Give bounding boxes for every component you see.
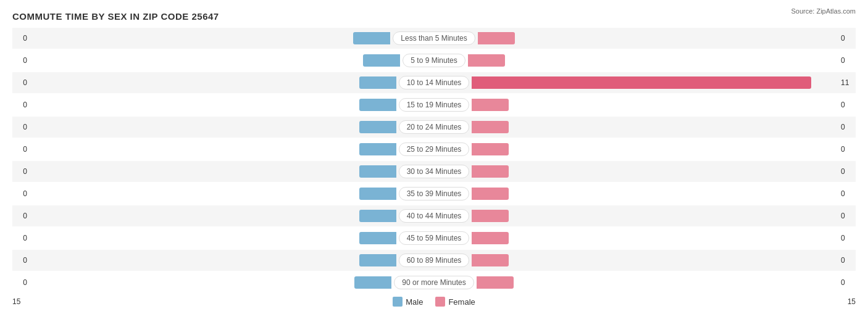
row-label: 20 to 24 Minutes [399, 120, 470, 134]
female-value: 0 [837, 145, 856, 154]
row-label: 40 to 44 Minutes [399, 209, 470, 223]
bar-row: 020 to 24 Minutes0 [12, 117, 856, 138]
chart-title: COMMUTE TIME BY SEX IN ZIP CODE 25647 [12, 11, 856, 22]
bar-row: 045 to 59 Minutes0 [12, 228, 856, 249]
legend-male-label: Male [406, 297, 423, 307]
row-label: 35 to 39 Minutes [399, 187, 470, 200]
male-value: 0 [12, 212, 31, 220]
female-bar [472, 76, 811, 89]
male-bar [359, 165, 396, 178]
male-value: 0 [12, 189, 31, 198]
female-value: 0 [837, 167, 856, 176]
bar-row: 040 to 44 Minutes0 [12, 205, 856, 226]
female-bar [472, 232, 509, 244]
male-value: 0 [12, 278, 31, 287]
bar-row: 035 to 39 Minutes0 [12, 183, 856, 204]
row-label: 25 to 29 Minutes [399, 142, 470, 156]
axis-left-val: 15 [12, 297, 31, 306]
legend-male: Male [393, 297, 423, 307]
female-value: 0 [837, 101, 856, 109]
legend-female: Female [435, 297, 475, 307]
female-value: 0 [837, 234, 856, 242]
male-value: 0 [12, 167, 31, 176]
female-bar [472, 99, 509, 111]
bar-row: 0Less than 5 Minutes0 [12, 28, 856, 49]
male-bar [353, 32, 390, 44]
female-bar [472, 188, 509, 200]
female-bar [472, 121, 509, 133]
legend-female-box [435, 297, 445, 307]
male-value: 0 [12, 123, 31, 131]
bar-row: 010 to 14 Minutes11 [12, 72, 856, 93]
male-bar [363, 54, 400, 67]
female-bar [478, 32, 515, 44]
legend: Male Female [393, 297, 475, 307]
row-label: 90 or more Minutes [394, 276, 474, 289]
row-label: 60 to 89 Minutes [399, 254, 470, 267]
female-value: 0 [837, 278, 856, 287]
female-value: 0 [837, 123, 856, 131]
bar-row: 090 or more Minutes0 [12, 272, 856, 293]
row-label: 10 to 14 Minutes [399, 76, 470, 89]
male-bar [359, 188, 396, 200]
male-bar [359, 210, 396, 222]
female-bar [472, 254, 509, 266]
female-value: 0 [837, 256, 856, 265]
row-label: Less than 5 Minutes [393, 31, 475, 45]
row-label: 45 to 59 Minutes [399, 231, 470, 245]
male-value: 0 [12, 78, 31, 87]
male-bar [354, 276, 391, 289]
male-bar [359, 232, 396, 244]
axis-right-val: 15 [837, 297, 856, 306]
male-bar [359, 121, 396, 133]
bar-row: 015 to 19 Minutes0 [12, 94, 856, 115]
male-bar [359, 254, 396, 266]
source-label: Source: ZipAtlas.com [791, 7, 856, 15]
row-label: 15 to 19 Minutes [399, 98, 470, 112]
legend-male-box [393, 297, 403, 307]
female-bar [472, 165, 509, 178]
female-value: 0 [837, 34, 856, 43]
male-value: 0 [12, 234, 31, 242]
male-value: 0 [12, 256, 31, 265]
male-value: 0 [12, 34, 31, 43]
row-label: 30 to 34 Minutes [399, 165, 470, 178]
female-bar [468, 54, 505, 67]
female-value: 0 [837, 189, 856, 198]
bar-row: 025 to 29 Minutes0 [12, 139, 856, 160]
female-bar [477, 276, 514, 289]
chart-container: COMMUTE TIME BY SEX IN ZIP CODE 25647 So… [0, 0, 868, 322]
legend-female-label: Female [448, 297, 475, 307]
male-bar [359, 76, 396, 89]
chart-area: 0Less than 5 Minutes005 to 9 Minutes0010… [12, 28, 856, 293]
bottom-row: 15 Male Female 15 [12, 297, 856, 307]
male-value: 0 [12, 56, 31, 65]
female-value: 0 [837, 212, 856, 220]
male-bar [359, 143, 396, 155]
bar-row: 060 to 89 Minutes0 [12, 250, 856, 271]
male-bar [359, 99, 396, 111]
bar-row: 030 to 34 Minutes0 [12, 161, 856, 182]
male-value: 0 [12, 145, 31, 154]
row-label: 5 to 9 Minutes [403, 54, 465, 67]
female-bar [472, 143, 509, 155]
male-value: 0 [12, 101, 31, 109]
female-bar [472, 210, 509, 222]
bar-row: 05 to 9 Minutes0 [12, 50, 856, 71]
female-value: 0 [837, 56, 856, 65]
female-value: 11 [837, 78, 856, 87]
